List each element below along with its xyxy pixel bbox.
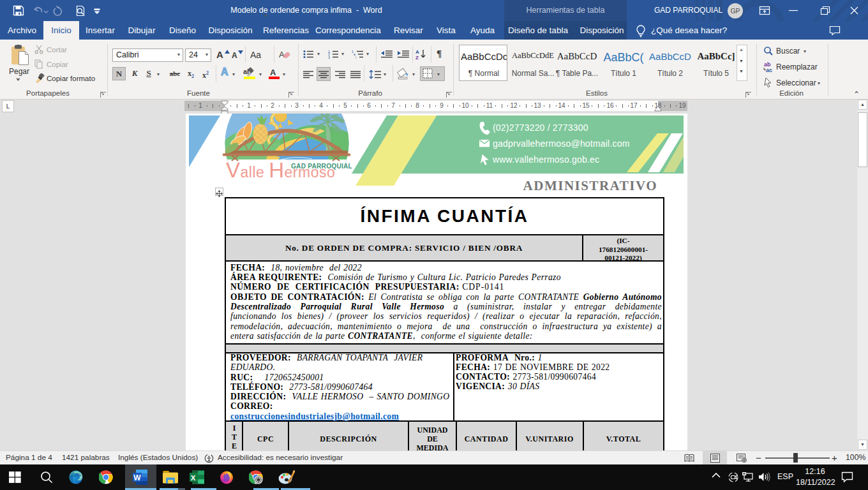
svg-text:Z: Z (415, 55, 419, 60)
svg-text:A: A (270, 68, 276, 77)
svg-text:W: W (133, 473, 141, 482)
svg-text:3: 3 (328, 56, 330, 59)
svg-text:ac: ac (766, 67, 772, 73)
svg-text:i: i (355, 56, 356, 59)
svg-text:A: A (415, 49, 419, 55)
svg-text:A: A (279, 50, 285, 59)
svg-text:X: X (191, 474, 196, 482)
